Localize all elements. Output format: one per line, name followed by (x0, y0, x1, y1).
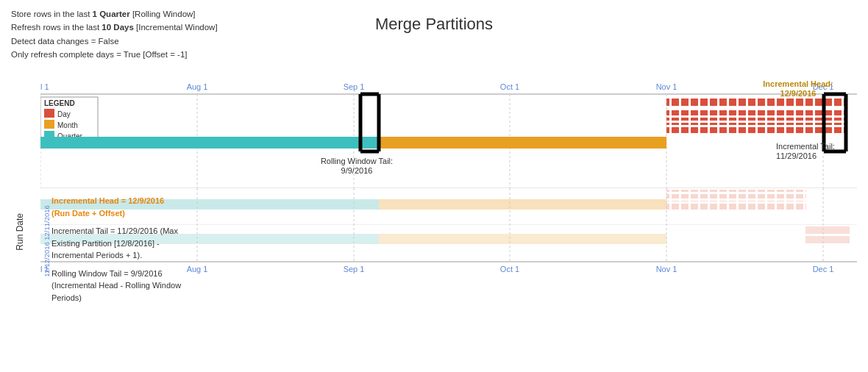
page-container: Merge Partitions Store rows in the last … (0, 0, 868, 372)
svg-text:Month: Month (57, 121, 78, 129)
svg-text:12/11/2016: 12/11/2016 (43, 205, 51, 240)
svg-text:12/9/2016: 12/9/2016 (780, 89, 817, 98)
header-line2: Refresh rows in the last 10 Days [Increm… (11, 21, 218, 34)
svg-text:Rolling Window Tail:: Rolling Window Tail: (321, 157, 393, 165)
svg-text:Nov 1: Nov 1 (656, 265, 677, 273)
header-info: Store rows in the last 1 Quarter [Rollin… (11, 7, 218, 62)
svg-text:Sep 1: Sep 1 (344, 82, 365, 91)
svg-text:Oct 1: Oct 1 (500, 82, 519, 91)
left-annotations: Incremental Head = 12/9/2016(Run Date + … (51, 195, 257, 304)
incremental-head-formula: Incremental Head = 12/9/2016(Run Date + … (51, 195, 257, 219)
svg-rect-22 (379, 137, 666, 149)
svg-text:Oct 1: Oct 1 (500, 265, 519, 273)
svg-rect-49 (666, 201, 806, 210)
svg-rect-17 (44, 120, 54, 129)
svg-text:Sep 1: Sep 1 (344, 265, 365, 273)
rolling-window-formula: Rolling Window Tail = 9/9/2016(Increment… (51, 268, 257, 304)
svg-text:Incremental Head:: Incremental Head: (763, 79, 833, 88)
svg-text:Day: Day (57, 110, 71, 118)
page-title: Merge Partitions (375, 15, 493, 34)
header-line1: Store rows in the last 1 Quarter [Rollin… (11, 7, 218, 21)
svg-rect-52 (805, 226, 850, 234)
header-line3: Detect data changes = False (11, 35, 218, 48)
svg-text:Dec 1: Dec 1 (813, 265, 834, 273)
svg-text:9/9/2016: 9/9/2016 (341, 166, 373, 175)
svg-text:11/29/2016: 11/29/2016 (776, 151, 817, 160)
header-line4: Only refresh complete days = True [Offse… (11, 48, 218, 61)
svg-text:Nov 1: Nov 1 (656, 82, 677, 91)
svg-rect-51 (379, 234, 666, 244)
svg-text:Aug 1: Aug 1 (187, 82, 208, 91)
svg-text:LEGEND: LEGEND (44, 99, 75, 107)
svg-rect-46 (379, 199, 666, 210)
svg-rect-15 (44, 109, 54, 118)
svg-text:Jul 1: Jul 1 (40, 82, 49, 91)
svg-text:Jul 1: Jul 1 (40, 265, 49, 273)
svg-rect-24 (666, 98, 846, 108)
svg-rect-21 (40, 137, 379, 149)
svg-rect-25 (666, 110, 846, 121)
run-date-label: Run Date (15, 213, 25, 251)
svg-rect-48 (666, 190, 806, 198)
svg-rect-26 (666, 123, 846, 133)
svg-text:Incremental Tail:: Incremental Tail: (776, 142, 835, 151)
svg-rect-53 (805, 236, 850, 243)
incremental-tail-formula: Incremental Tail = 11/29/2016 (MaxExisti… (51, 225, 257, 262)
